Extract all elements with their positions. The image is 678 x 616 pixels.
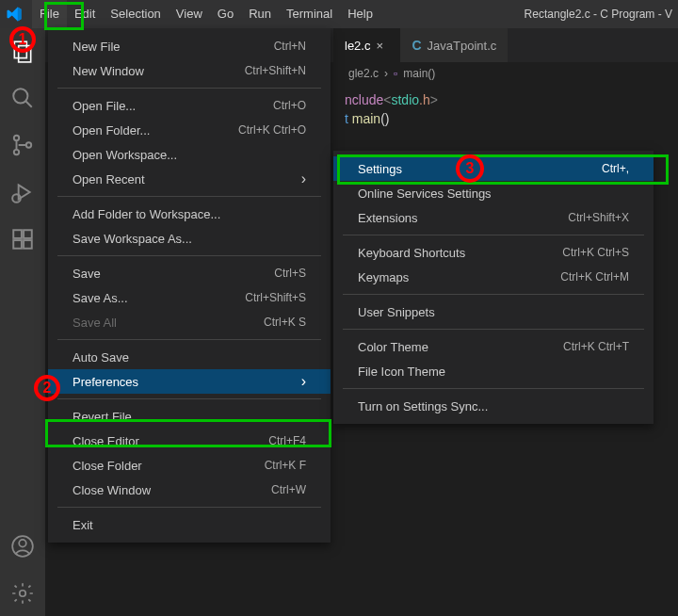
menu-item-shortcut: Ctrl+Shift+X xyxy=(568,211,629,224)
pref-menu-color-theme[interactable]: Color ThemeCtrl+K Ctrl+T xyxy=(333,334,654,359)
menu-item-label: Exit xyxy=(73,518,93,532)
pref-menu-separator xyxy=(343,294,644,295)
menu-item-shortcut: Ctrl+F4 xyxy=(268,434,306,447)
file-menu-save-as[interactable]: Save As...Ctrl+Shift+S xyxy=(48,285,331,310)
svg-line-3 xyxy=(25,101,32,107)
pref-menu-online-services-settings[interactable]: Online Services Settings xyxy=(333,181,654,205)
menu-item-label: Open Workspace... xyxy=(73,148,177,162)
svg-point-6 xyxy=(26,142,31,147)
breadcrumb-file: gle2.c xyxy=(348,67,379,80)
vscode-icon xyxy=(6,6,23,23)
menu-item-label: New File xyxy=(73,40,121,54)
file-menu-new-file[interactable]: New FileCtrl+N xyxy=(48,34,331,58)
svg-rect-11 xyxy=(24,240,32,249)
svg-point-2 xyxy=(13,89,27,103)
title-bar: FileEditSelectionViewGoRunTerminalHelp R… xyxy=(0,0,678,28)
file-menu-open-file[interactable]: Open File...Ctrl+O xyxy=(48,93,331,118)
topmenu-selection[interactable]: Selection xyxy=(103,0,168,28)
file-menu-open-folder[interactable]: Open Folder...Ctrl+K Ctrl+O xyxy=(48,118,331,142)
topmenu-help[interactable]: Help xyxy=(340,0,380,28)
tab-other[interactable]: C JavaTpoint.c xyxy=(400,28,508,62)
menu-item-label: Preferences xyxy=(73,375,138,389)
close-icon[interactable]: × xyxy=(376,39,389,53)
menu-item-shortcut: Ctrl+K Ctrl+M xyxy=(560,270,629,284)
menu-item-label: Open Folder... xyxy=(73,123,150,138)
pref-menu-keyboard-shortcuts[interactable]: Keyboard ShortcutsCtrl+K Ctrl+S xyxy=(333,240,654,265)
file-menu-save-workspace-as[interactable]: Save Workspace As... xyxy=(48,226,331,251)
file-menu-open-workspace[interactable]: Open Workspace... xyxy=(48,142,331,167)
file-menu-save-all: Save AllCtrl+K S xyxy=(48,310,331,334)
menu-item-shortcut: Ctrl+W xyxy=(271,483,306,496)
explorer-icon[interactable] xyxy=(9,38,36,64)
topmenu-terminal[interactable]: Terminal xyxy=(279,0,340,28)
topmenu-go[interactable]: Go xyxy=(210,0,241,28)
svg-point-4 xyxy=(14,136,19,140)
menu-item-label: Settings xyxy=(358,162,402,176)
pref-menu-settings[interactable]: SettingsCtrl+, xyxy=(333,156,654,181)
pref-menu-user-snippets[interactable]: User Snippets xyxy=(333,300,654,324)
menu-item-label: Save Workspace As... xyxy=(73,232,192,246)
topmenu-run[interactable]: Run xyxy=(241,0,279,28)
svg-point-14 xyxy=(19,540,26,547)
settings-icon[interactable] xyxy=(9,580,36,607)
pref-menu-extensions[interactable]: ExtensionsCtrl+Shift+X xyxy=(333,205,654,230)
menu-item-label: File Icon Theme xyxy=(358,365,445,379)
menu-item-label: Close Window xyxy=(73,483,151,497)
file-menu-revert-file[interactable]: Revert File xyxy=(48,404,331,429)
file-menu-save[interactable]: SaveCtrl+S xyxy=(48,261,331,285)
topmenu-view[interactable]: View xyxy=(169,0,210,28)
file-menu-open-recent[interactable]: Open Recent xyxy=(48,167,331,191)
search-icon[interactable] xyxy=(9,85,36,111)
menu-item-label: Revert File xyxy=(73,410,132,424)
chevron-right-icon: › xyxy=(384,67,388,80)
file-menu-close-window[interactable]: Close WindowCtrl+W xyxy=(48,478,331,502)
menu-item-shortcut: Ctrl+, xyxy=(602,162,629,175)
menu-item-label: Color Theme xyxy=(358,340,428,354)
menu-item-label: Open File... xyxy=(73,99,136,113)
file-menu-exit[interactable]: Exit xyxy=(48,512,331,537)
file-menu-separator xyxy=(57,88,321,89)
menu-item-shortcut: Ctrl+K S xyxy=(264,316,306,329)
source-control-icon[interactable] xyxy=(9,132,36,158)
svg-point-5 xyxy=(14,150,19,154)
menu-item-label: Online Services Settings xyxy=(358,186,492,201)
menu-item-shortcut: Ctrl+K Ctrl+S xyxy=(562,246,629,259)
menu-item-label: Turn on Settings Sync... xyxy=(358,399,488,413)
menu-item-label: Auto Save xyxy=(73,350,129,365)
menu-item-label: Keymaps xyxy=(358,270,409,284)
extensions-icon[interactable] xyxy=(9,226,36,252)
menu-item-shortcut: Ctrl+K Ctrl+T xyxy=(563,340,629,353)
menu-item-label: Add Folder to Workspace... xyxy=(73,207,220,221)
file-menu-close-folder[interactable]: Close FolderCtrl+K F xyxy=(48,453,331,478)
file-menu-auto-save[interactable]: Auto Save xyxy=(48,345,331,369)
debug-icon[interactable] xyxy=(9,179,36,205)
file-menu: New FileCtrl+NNew WindowCtrl+Shift+NOpen… xyxy=(48,28,331,543)
menu-item-label: Save As... xyxy=(73,291,128,305)
svg-rect-12 xyxy=(24,230,32,238)
topmenu-file[interactable]: File xyxy=(32,0,67,28)
file-menu-separator xyxy=(57,398,321,399)
file-menu-new-window[interactable]: New WindowCtrl+Shift+N xyxy=(48,58,331,83)
tab-active[interactable]: le2.c × xyxy=(333,28,400,62)
pref-menu-separator xyxy=(343,388,644,389)
svg-rect-9 xyxy=(13,230,22,238)
pref-menu-file-icon-theme[interactable]: File Icon Theme xyxy=(333,359,654,383)
topmenu-edit[interactable]: Edit xyxy=(67,0,103,28)
file-menu-add-folder-to-workspace[interactable]: Add Folder to Workspace... xyxy=(48,202,331,226)
tab-label: JavaTpoint.c xyxy=(428,39,497,53)
breadcrumb-fn: main() xyxy=(403,67,435,80)
menu-item-shortcut: Ctrl+Shift+S xyxy=(245,291,306,304)
menu-item-shortcut: Ctrl+O xyxy=(273,99,306,112)
menu-item-label: User Snippets xyxy=(358,305,435,319)
activity-bar xyxy=(0,28,45,616)
top-menu: FileEditSelectionViewGoRunTerminalHelp xyxy=(32,0,380,28)
menu-item-label: Open Recent xyxy=(73,172,145,186)
pref-menu-keymaps[interactable]: KeymapsCtrl+K Ctrl+M xyxy=(333,265,654,289)
pref-menu-turn-on-settings-sync[interactable]: Turn on Settings Sync... xyxy=(333,394,654,418)
account-icon[interactable] xyxy=(9,533,36,559)
file-menu-close-editor[interactable]: Close EditorCtrl+F4 xyxy=(48,429,331,453)
menu-item-label: Extensions xyxy=(358,211,418,225)
menu-item-label: Save xyxy=(73,267,101,281)
file-menu-preferences[interactable]: Preferences xyxy=(48,369,331,394)
symbol-method-icon: ▫ xyxy=(394,67,397,80)
